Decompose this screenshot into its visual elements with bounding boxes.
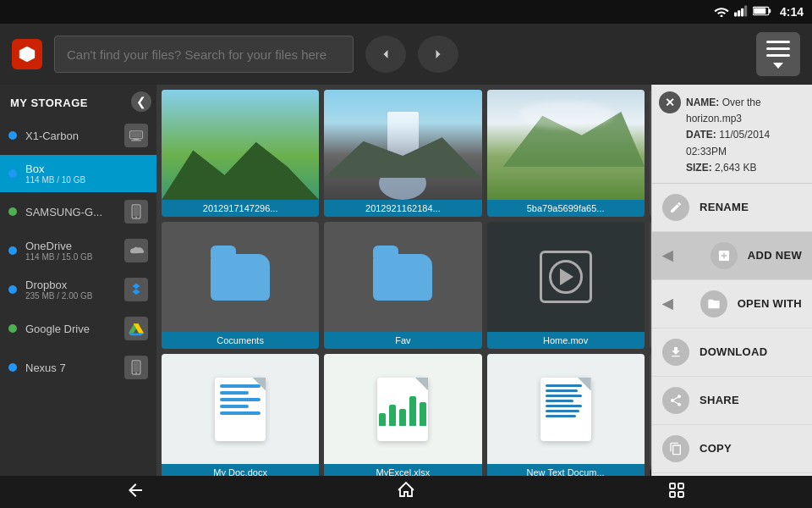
top-bar: [0, 24, 812, 85]
menu-line-1: [766, 41, 790, 43]
file-card-cocuments[interactable]: Cocuments: [162, 222, 319, 349]
nexus7-name: Nexus 7: [25, 362, 66, 374]
file-card-img1[interactable]: 2012917147296...: [162, 90, 319, 217]
menu-line-3: [766, 54, 790, 57]
nav-back-button[interactable]: [365, 36, 406, 73]
add-new-menu-item[interactable]: ◀ ADD NEW: [652, 232, 812, 280]
x1carbon-dot: [8, 131, 17, 140]
file-card-video[interactable]: Home.mov: [487, 222, 645, 349]
svg-rect-22: [678, 483, 683, 489]
back-button[interactable]: [125, 480, 145, 505]
open-with-icon-circle: [700, 290, 727, 318]
file-name-img2: 2012921162184...: [324, 200, 481, 217]
sidebar-item-googledrive[interactable]: Google Drive: [0, 309, 156, 348]
samsung-dot: [8, 207, 17, 216]
file-thumb-img2: [324, 90, 481, 200]
file-card-txt[interactable]: New Text Docum...: [487, 354, 645, 476]
sidebar-item-nexus7[interactable]: Nexus 7: [0, 348, 156, 387]
nexus7-dot: [8, 363, 17, 372]
onedrive-name: OneDrive: [25, 240, 93, 252]
dropbox-icon: [124, 278, 148, 301]
share-label: SHARE: [700, 394, 739, 406]
file-name-fav: Fav: [324, 332, 481, 349]
svg-rect-21: [670, 483, 675, 489]
nexus7-icon: [124, 356, 148, 379]
svg-marker-19: [324, 137, 481, 178]
video-thumb: [487, 222, 645, 332]
file-name-excel: MyExcel.xlsx: [324, 464, 481, 476]
file-name-img1: 2012917147296...: [162, 200, 319, 217]
folder-icon-cocuments: [211, 254, 270, 301]
menu-line-2: [766, 47, 790, 50]
file-card-fav[interactable]: Fav: [324, 222, 481, 349]
file-card-img2[interactable]: 2012921162184...: [324, 90, 481, 217]
svg-rect-16: [134, 362, 140, 371]
file-name-cocuments: Cocuments: [162, 332, 319, 349]
download-menu-item[interactable]: DOWNLOAD: [652, 329, 812, 377]
file-card-doc[interactable]: My Doc.docx: [162, 354, 319, 476]
battery-icon: [753, 5, 771, 19]
svg-rect-6: [754, 8, 765, 14]
doc-thumb: [162, 354, 319, 464]
sidebar-item-onedrive[interactable]: OneDrive 114 MB / 15.0 GB: [0, 231, 156, 270]
wifi-icon: [714, 5, 729, 19]
rename-label: RENAME: [700, 201, 749, 213]
folder-icon-fav: [373, 254, 432, 301]
dropbox-name: Dropbox: [25, 279, 93, 291]
name-label: NAME:: [686, 97, 719, 108]
file-card-excel[interactable]: MyExcel.xlsx: [324, 354, 481, 476]
rename-icon-circle: [662, 194, 689, 221]
share-menu-item[interactable]: SHARE: [652, 377, 812, 425]
txt-thumb: [487, 354, 645, 464]
excel-icon: [377, 378, 428, 441]
rename-menu-item[interactable]: RENAME: [652, 184, 812, 232]
copy-icon-circle: [662, 435, 689, 462]
add-new-icon-circle: [710, 242, 738, 269]
paste-menu-item[interactable]: PASTE: [652, 473, 812, 476]
file-size-value: 2,643 KB: [715, 162, 756, 174]
chart-bars: [379, 392, 426, 426]
play-button-icon: [549, 260, 583, 294]
app-icon: [12, 39, 42, 69]
file-thumb-img3: [487, 90, 645, 200]
nav-forward-button[interactable]: [418, 36, 458, 73]
box-dot: [8, 169, 17, 178]
onedrive-size: 114 MB / 15.0 GB: [25, 252, 93, 262]
sidebar-collapse-button[interactable]: ❮: [131, 91, 151, 112]
samsung-icon: [124, 200, 148, 224]
time-display: 4:14: [780, 5, 804, 19]
date-label: DATE:: [686, 129, 716, 141]
sidebar-item-box[interactable]: Box 114 MB / 10 GB: [0, 155, 156, 192]
sidebar: ❮ MY STORAGE X1-Carbon Box 114 MB: [0, 85, 156, 476]
recent-button[interactable]: [667, 480, 687, 505]
sidebar-item-x1carbon[interactable]: X1-Carbon: [0, 116, 156, 155]
file-name-video: Home.mov: [487, 332, 645, 349]
folder-thumb-fav: [324, 222, 481, 332]
svg-rect-23: [670, 492, 675, 497]
txt-icon: [540, 378, 591, 441]
size-label: SIZE:: [686, 162, 712, 174]
svg-rect-13: [134, 206, 140, 215]
file-name-img3: 5ba79a5699fa65...: [487, 200, 645, 217]
file-card-img3[interactable]: 5ba79a5699fa65...: [487, 90, 645, 217]
svg-point-0: [720, 14, 722, 17]
open-with-chevron: ◀: [662, 295, 672, 312]
copy-menu-item[interactable]: COPY: [652, 425, 812, 473]
open-with-menu-item[interactable]: ◀ OPEN WITH: [652, 280, 812, 329]
home-button[interactable]: [396, 480, 416, 505]
context-close-button[interactable]: ✕: [659, 91, 681, 113]
menu-button[interactable]: [756, 32, 800, 76]
search-input[interactable]: [67, 47, 341, 62]
signal-icon: [734, 5, 748, 19]
download-icon-circle: [662, 339, 689, 366]
context-panel: ✕ NAME: Over the horizon.mp3 DATE: 11/05…: [651, 85, 812, 476]
onedrive-dot: [8, 246, 17, 255]
gdrive-name: Google Drive: [25, 323, 90, 335]
sidebar-item-dropbox[interactable]: Dropbox 235 MB / 2.00 GB: [0, 270, 156, 309]
svg-rect-24: [678, 492, 683, 497]
onedrive-icon: [124, 239, 148, 262]
svg-rect-11: [131, 140, 141, 141]
gdrive-dot: [8, 324, 17, 333]
menu-arrow: [773, 63, 783, 69]
sidebar-item-samsung[interactable]: SAMSUNG-G...: [0, 192, 156, 231]
